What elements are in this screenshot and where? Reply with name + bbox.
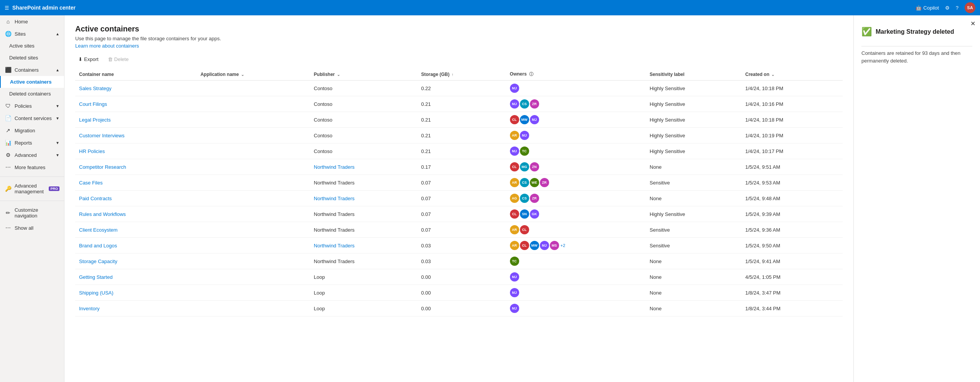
table-row: HR PoliciesContoso0.21MJTCHighly Sensiti…: [75, 143, 843, 159]
sensitivity-cell: None: [646, 254, 741, 269]
sensitivity-cell: Highly Sensitive: [646, 96, 741, 112]
app-name-cell: [196, 96, 310, 112]
col-header-name[interactable]: Container name: [75, 68, 196, 81]
app-name-cell: [196, 81, 310, 96]
advanced-icon: ⚙: [5, 152, 12, 158]
storage-cell: 0.21: [417, 128, 506, 143]
sidebar-item-more-features[interactable]: ⋯ More features: [0, 161, 64, 173]
sidebar-item-deleted-sites[interactable]: Deleted sites: [0, 52, 64, 64]
owner-avatar: AR: [510, 225, 519, 234]
sidebar-label-reports: Reports: [15, 140, 32, 146]
table-row: Getting StartedLoop0.00MJNone4/5/24, 1:0…: [75, 269, 843, 285]
owner-avatar: CL: [520, 241, 529, 250]
sidebar-item-home[interactable]: ⌂ Home: [0, 15, 64, 28]
help-button[interactable]: ?: [956, 5, 959, 11]
container-name-link[interactable]: Customer Interviews: [79, 133, 124, 138]
storage-cell: 0.07: [417, 222, 506, 238]
sidebar-item-sites[interactable]: 🌐 Sites ▲: [0, 28, 64, 40]
table-row: Storage CapacityNorthwind Traders0.03TCN…: [75, 254, 843, 269]
app-name-cell: [196, 238, 310, 254]
sidebar-label-home: Home: [15, 19, 28, 25]
created-cell: 1/8/24, 3:47 PM: [741, 285, 843, 301]
reports-icon: 📊: [5, 140, 12, 146]
container-name-link[interactable]: Getting Started: [79, 274, 112, 280]
sensitivity-cell: Highly Sensitive: [646, 112, 741, 128]
owners-cell: CLMGZN: [506, 159, 646, 175]
app-name-cell: [196, 128, 310, 143]
more-features-icon: ⋯: [5, 164, 12, 170]
sidebar-item-reports[interactable]: 📊 Reports ▼: [0, 137, 64, 149]
storage-cell: 0.07: [417, 191, 506, 206]
container-name-link[interactable]: Competitor Research: [79, 164, 126, 170]
table-row: Brand and LogosNorthwind Traders0.03ARCL…: [75, 238, 843, 254]
container-name-link[interactable]: HR Policies: [79, 148, 105, 154]
container-name-link[interactable]: Storage Capacity: [79, 259, 117, 264]
copilot-button[interactable]: 🤖 Copilot: [916, 5, 939, 11]
container-name-link[interactable]: Paid Contracts: [79, 196, 112, 201]
container-name-link[interactable]: Case Files: [79, 180, 102, 186]
sidebar-item-customize-nav[interactable]: ✏ Customize navigation: [0, 204, 64, 222]
learn-more-link[interactable]: Learn more about containers: [75, 43, 139, 49]
export-button[interactable]: ⬇ Export: [75, 55, 102, 64]
owner-avatar: TC: [520, 147, 529, 156]
publisher-cell: Loop: [310, 285, 417, 301]
publisher-cell[interactable]: Northwind Traders: [310, 238, 417, 254]
sidebar-item-migration[interactable]: ↗ Migration: [0, 124, 64, 137]
container-name-link[interactable]: Court Filings: [79, 101, 107, 107]
delete-label: Delete: [114, 56, 129, 62]
publisher-cell[interactable]: Northwind Traders: [310, 191, 417, 206]
table-wrap: Container name Application name ⌄ Publis…: [75, 68, 843, 316]
container-name-link[interactable]: Brand and Logos: [79, 243, 117, 249]
sensitivity-cell: None: [646, 269, 741, 285]
storage-cell: 0.21: [417, 143, 506, 159]
app-name-cell: [196, 254, 310, 269]
pro-badge: PRO: [49, 186, 59, 191]
help-icon: ?: [956, 5, 959, 11]
owner-avatar: MW: [520, 115, 529, 124]
container-name-link[interactable]: Shipping (USA): [79, 290, 114, 296]
sidebar-item-containers[interactable]: ⬛ Containers ▲: [0, 64, 64, 76]
customize-nav-icon: ✏: [5, 210, 12, 216]
sidebar-label-show-all: Show all: [15, 225, 33, 231]
sidebar-item-advanced[interactable]: ⚙ Advanced ▼: [0, 149, 64, 161]
sidebar-item-active-containers[interactable]: Active containers: [0, 76, 64, 88]
container-name-link[interactable]: Sales Strategy: [79, 86, 112, 91]
owners-cell: ARCL: [506, 222, 646, 238]
sidebar-item-policies[interactable]: 🛡 Policies ▼: [0, 100, 64, 112]
owner-avatar: MJ: [510, 84, 519, 93]
app-name-cell: [196, 175, 310, 191]
sidebar-item-active-sites[interactable]: Active sites: [0, 40, 64, 52]
col-header-storage[interactable]: Storage (GB) ↑: [417, 68, 506, 81]
container-name-link[interactable]: Client Ecosystem: [79, 227, 117, 233]
col-header-publisher[interactable]: Publisher ⌄: [310, 68, 417, 81]
sidebar-item-deleted-containers[interactable]: Deleted containers: [0, 88, 64, 100]
sidebar-item-content-services[interactable]: 📄 Content services ▼: [0, 112, 64, 124]
created-cell: 1/4/24, 10:18 PM: [741, 81, 843, 96]
owner-avatar: SN: [520, 209, 529, 219]
table-row: Court FilingsContoso0.21MJCSZRHighly Sen…: [75, 96, 843, 112]
container-name-link[interactable]: Legal Projects: [79, 117, 111, 123]
table-row: Competitor ResearchNorthwind Traders0.17…: [75, 159, 843, 175]
publisher-cell[interactable]: Northwind Traders: [310, 159, 417, 175]
owners-info-icon: ⓘ: [529, 72, 533, 76]
container-name-link[interactable]: Rules and Workflows: [79, 211, 126, 217]
storage-cell: 0.00: [417, 269, 506, 285]
owner-avatar: AG: [510, 194, 519, 203]
policies-icon: 🛡: [5, 103, 12, 109]
avatar[interactable]: SA: [965, 2, 975, 13]
menu-button[interactable]: ☰: [5, 5, 9, 11]
publisher-cell: Contoso: [310, 96, 417, 112]
policies-chevron-icon: ▼: [56, 104, 59, 108]
delete-button[interactable]: 🗑 Delete: [105, 55, 132, 64]
sidebar-item-show-all[interactable]: ⋯ Show all: [0, 222, 64, 234]
panel-close-button[interactable]: ✕: [970, 20, 975, 27]
copilot-label: Copilot: [923, 5, 939, 11]
owner-avatar: MJ: [510, 272, 519, 282]
col-header-created[interactable]: Created on ⌄: [741, 68, 843, 81]
settings-button[interactable]: ⚙: [945, 5, 950, 11]
sidebar-item-advanced-management[interactable]: 🔑 Advanced management PRO: [0, 180, 64, 198]
toolbar: ⬇ Export 🗑 Delete: [75, 55, 843, 64]
container-name-link[interactable]: Inventory: [79, 306, 99, 311]
col-header-app[interactable]: Application name ⌄: [196, 68, 310, 81]
created-cell: 1/5/24, 9:48 AM: [741, 191, 843, 206]
